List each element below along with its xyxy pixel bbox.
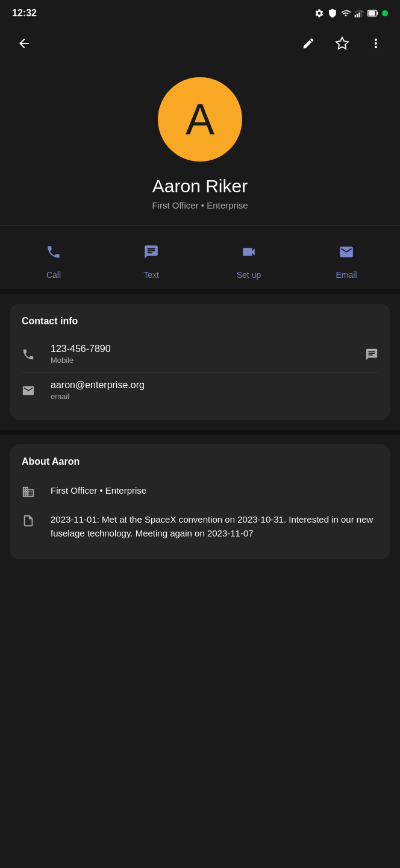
svg-rect-1: [357, 14, 358, 17]
signal-icon: [354, 8, 364, 18]
wifi-icon: [341, 8, 351, 18]
note-text: 2023-11-01: Met at the SpaceX convention…: [51, 513, 378, 540]
company-text: First Officer • Enterprise: [51, 484, 146, 498]
section-divider-1: [0, 289, 400, 294]
svg-rect-5: [369, 11, 375, 16]
status-time: 12:32: [12, 8, 37, 19]
battery-icon: [367, 8, 378, 18]
svg-rect-3: [361, 11, 362, 17]
about-title: About Aaron: [22, 456, 378, 467]
about-card: About Aaron First Officer • Enterprise 2…: [10, 444, 390, 559]
note-icon: [22, 514, 39, 527]
app-bar: [0, 24, 400, 63]
header-divider: [0, 225, 400, 225]
section-divider-2: [0, 430, 400, 435]
edit-button[interactable]: [294, 29, 323, 58]
email-content: aaron@enterprise.org email: [51, 380, 378, 401]
call-icon: [39, 237, 68, 266]
phone-row[interactable]: 123-456-7890 Mobile: [22, 336, 378, 373]
star-button[interactable]: [328, 29, 357, 58]
app-bar-actions: [294, 29, 390, 58]
shield-icon: [328, 8, 337, 18]
contact-info-card: Contact info 123-456-7890 Mobile aaron@e…: [10, 304, 390, 420]
phone-row-icon: [22, 348, 39, 361]
svg-rect-2: [358, 13, 360, 17]
email-action[interactable]: Email: [322, 237, 370, 280]
contact-name: Aaron Riker: [152, 176, 248, 197]
avatar-section: A Aaron Riker First Officer • Enterprise: [0, 63, 400, 220]
phone-message-button[interactable]: [365, 348, 378, 361]
battery-dot: [382, 10, 388, 16]
note-row: 2023-11-01: Met at the SpaceX convention…: [22, 506, 378, 547]
email-address: aaron@enterprise.org: [51, 380, 378, 391]
call-action[interactable]: Call: [30, 237, 78, 280]
email-icon: [332, 237, 361, 266]
company-icon: [22, 485, 39, 498]
text-icon: [137, 237, 166, 266]
contact-info-title: Contact info: [22, 316, 378, 327]
status-icons: [314, 8, 388, 18]
phone-content: 123-456-7890 Mobile: [51, 344, 353, 365]
contact-subtitle: First Officer • Enterprise: [152, 200, 248, 210]
text-label: Text: [143, 270, 159, 280]
setup-action[interactable]: Set up: [225, 237, 273, 280]
more-button[interactable]: [361, 29, 390, 58]
back-button[interactable]: [10, 29, 39, 58]
status-bar: 12:32: [0, 0, 400, 24]
phone-number: 123-456-7890: [51, 344, 353, 354]
call-label: Call: [46, 270, 61, 280]
email-row[interactable]: aaron@enterprise.org email: [22, 373, 378, 408]
phone-type: Mobile: [51, 356, 353, 365]
text-action[interactable]: Text: [127, 237, 175, 280]
email-row-icon: [22, 384, 39, 397]
settings-icon: [314, 8, 324, 18]
avatar: A: [158, 77, 242, 162]
setup-label: Set up: [237, 270, 261, 280]
setup-icon: [234, 237, 263, 266]
email-type: email: [51, 392, 378, 401]
action-row: Call Text Set up Email: [0, 230, 400, 289]
email-label: Email: [336, 270, 357, 280]
company-row: First Officer • Enterprise: [22, 477, 378, 506]
svg-rect-0: [355, 15, 356, 17]
